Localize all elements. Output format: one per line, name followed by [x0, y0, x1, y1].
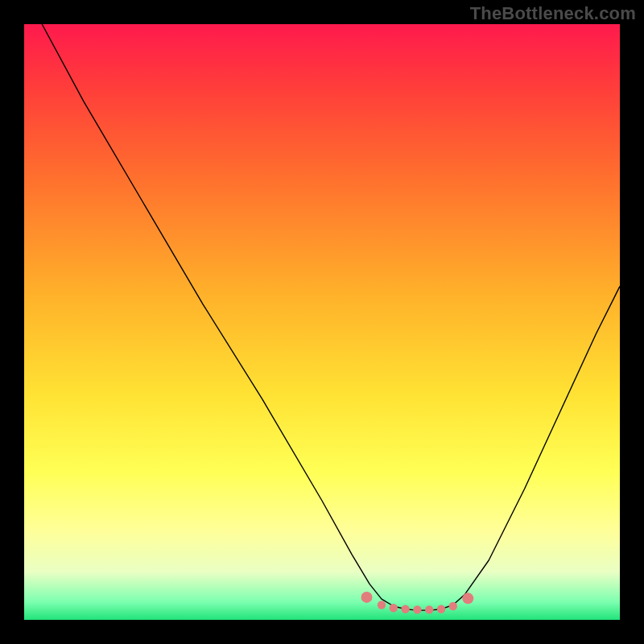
watermark-text: TheBottleneck.com [470, 3, 636, 24]
marker-dot [390, 604, 398, 612]
bottleneck-curve [42, 24, 620, 610]
marker-dot [401, 605, 409, 613]
marker-dot [378, 601, 386, 609]
marker-dot [413, 605, 421, 613]
plot-area [24, 24, 620, 620]
marker-dot [361, 592, 373, 603]
marker-dot [449, 602, 457, 610]
marker-dot [437, 605, 445, 613]
marker-dot [425, 605, 433, 613]
marker-dot [462, 592, 473, 604]
chart-frame: TheBottleneck.com [0, 0, 644, 644]
chart-svg [24, 24, 620, 620]
